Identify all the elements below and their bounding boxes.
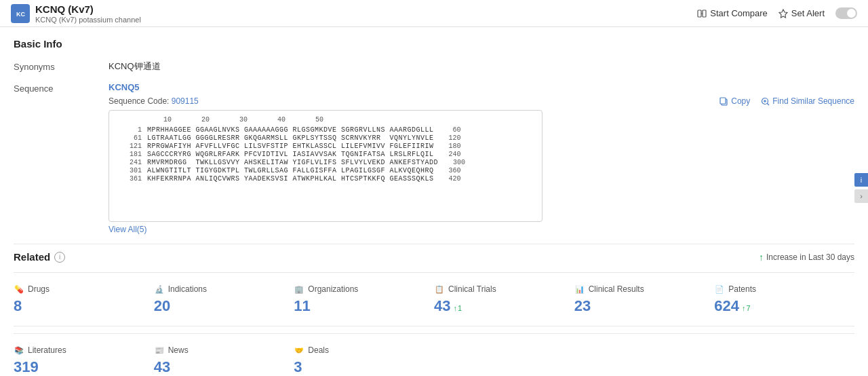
sequence-label: Sequence xyxy=(14,82,108,94)
side-panel: i › xyxy=(854,173,868,203)
sequence-line: 1MPRHHAGGEE GGAAGLNVKS GAAAAAAGGG RLGSGM… xyxy=(115,126,536,134)
stat-number: 11 xyxy=(294,297,310,315)
header-right: Start Compare Set Alert xyxy=(697,7,857,19)
sequence-row: Sequence KCNQ5 Sequence Code: 909115 Cop… xyxy=(14,82,854,234)
stat-item-clinical-results[interactable]: 📊 Clinical Results 23 xyxy=(574,280,715,319)
stat-label: Indications xyxy=(168,284,207,294)
stat-label: Clinical Results xyxy=(589,284,644,294)
page-title: KCNQ (Kv7) xyxy=(35,3,141,16)
synonyms-row: Synonyms KCNQ钾通道 xyxy=(14,60,854,73)
seq-line-number: 361 xyxy=(115,175,147,183)
seq-line-number: 241 xyxy=(115,159,147,166)
stat-item-patents[interactable]: 📄 Patents 624 ↑ 7 xyxy=(714,280,854,319)
clinical-trials-icon: 📋 xyxy=(434,284,445,295)
seq-line-number: 61 xyxy=(115,134,147,142)
side-expand-button[interactable]: › xyxy=(854,189,868,203)
stat-item-indications[interactable]: 🔬 Indications 20 xyxy=(154,280,294,319)
svg-rect-3 xyxy=(703,10,706,17)
seq-line-data: ALWNGTITLT TIGYGDKTPL TWLGRLLSAG FALLGIS… xyxy=(147,167,434,174)
stat-label-row: 💊 Drugs xyxy=(14,284,154,295)
literatures-icon: 📚 xyxy=(14,345,24,356)
seq-line-number: 121 xyxy=(115,143,147,150)
stat-item-deals[interactable]: 🤝 Deals 3 xyxy=(294,341,434,376)
stat-label: Literatures xyxy=(28,345,66,355)
stat-value-row: 3 xyxy=(294,358,434,376)
seq-line-end: 120 xyxy=(434,134,461,142)
stats-grid-row1: 💊 Drugs 8 🔬 Indications 20 🏢 Organizatio… xyxy=(14,272,854,319)
organizations-icon: 🏢 xyxy=(294,284,304,295)
stat-value-row: 8 xyxy=(14,297,154,315)
ruler-10: 10 xyxy=(149,116,186,124)
ruler-30: 30 xyxy=(224,116,262,124)
svg-rect-2 xyxy=(698,10,701,17)
drugs-icon: 💊 xyxy=(14,284,24,295)
alert-toggle[interactable] xyxy=(835,7,857,19)
alert-icon xyxy=(778,9,788,18)
sequence-value-container: KCNQ5 Sequence Code: 909115 Copy xyxy=(108,82,854,234)
sequence-line: 361KHFEKRRNPA ANLIQCVWRS YAADEKSVSI ATWK… xyxy=(115,175,536,183)
related-title-group: Related i xyxy=(14,251,65,263)
sequence-line: 181SAGCCCRYRG WQGRLRFARK PFCVIDTIVL IASI… xyxy=(115,151,536,158)
find-similar-button[interactable]: Find Similar Sequence xyxy=(761,96,854,106)
stat-label: News xyxy=(168,345,189,355)
clinical-results-icon: 📊 xyxy=(574,284,585,295)
divider-2 xyxy=(14,326,854,326)
related-info-icon[interactable]: i xyxy=(54,252,65,263)
seq-line-end: 240 xyxy=(434,151,461,158)
seq-line-data: RMVRMDRGG TWKLLGSVVY AHSKELITAW YIGFLVLI… xyxy=(147,159,438,166)
stat-label: Patents xyxy=(728,284,756,294)
app-icon: KC xyxy=(11,4,30,23)
basic-info-title: Basic Info xyxy=(14,38,854,50)
side-info-button[interactable]: i xyxy=(854,173,868,187)
start-compare-button[interactable]: Start Compare xyxy=(697,8,768,18)
stat-delta: ↑ 1 xyxy=(453,304,462,312)
stat-item-clinical-trials[interactable]: 📋 Clinical Trials 43 ↑ 1 xyxy=(434,280,574,319)
find-similar-icon xyxy=(761,97,770,106)
seq-line-data: SAGCCCRYRG WQGRLRFARK PFCVIDTIVL IASIAVV… xyxy=(147,151,434,158)
stat-item-news[interactable]: 📰 News 43 xyxy=(154,341,294,376)
seq-line-end: 360 xyxy=(434,167,461,174)
synonyms-text: KCNQ钾通道 xyxy=(108,61,161,71)
stat-number: 43 xyxy=(434,297,450,315)
stat-item-organizations[interactable]: 🏢 Organizations 11 xyxy=(294,280,434,319)
stat-label: Deals xyxy=(308,345,329,355)
stat-number: 23 xyxy=(574,297,591,315)
stat-number: 3 xyxy=(294,358,302,376)
svg-rect-6 xyxy=(720,98,726,104)
synonyms-label: Synonyms xyxy=(14,60,108,72)
app-header: KC KCNQ (Kv7) KCNQ (Kv7) potassium chann… xyxy=(0,0,868,27)
stat-label: Clinical Trials xyxy=(448,284,496,294)
seq-line-data: KHFEKRRNPA ANLIQCVWRS YAADEKSVSI ATWKPHL… xyxy=(147,175,434,183)
stat-number: 20 xyxy=(154,297,170,315)
stat-label-row: 📰 News xyxy=(154,345,294,356)
ruler-40: 40 xyxy=(262,116,300,124)
sequence-code-number: 909115 xyxy=(172,96,199,106)
sequence-display[interactable]: 10 20 30 40 50 1MPRHHAGGEE GGAAGLNVKS GA… xyxy=(108,110,542,222)
stat-label-row: 🔬 Indications xyxy=(154,284,294,295)
svg-text:KC: KC xyxy=(16,11,25,18)
main-content: Basic Info Synonyms KCNQ钾通道 Sequence KCN… xyxy=(0,27,868,376)
delta-arrow-icon: ↑ xyxy=(453,304,457,312)
page-subtitle: KCNQ (Kv7) potassium channel xyxy=(35,16,141,24)
delta-arrow-icon: ↑ xyxy=(742,304,746,312)
stat-label-row: 📄 Patents xyxy=(714,284,854,295)
ruler-20: 20 xyxy=(186,116,224,124)
view-all-link[interactable]: View All(5) xyxy=(108,225,146,234)
sequence-actions: Copy Find Similar Sequence xyxy=(719,96,854,106)
stat-number: 624 xyxy=(714,297,739,315)
stat-label: Drugs xyxy=(28,284,50,294)
set-alert-button[interactable]: Set Alert xyxy=(778,8,825,18)
news-icon: 📰 xyxy=(154,345,165,356)
svg-line-8 xyxy=(767,103,769,105)
stat-value-row: 624 ↑ 7 xyxy=(714,297,854,315)
stat-value-row: 319 xyxy=(14,358,154,376)
patents-icon: 📄 xyxy=(714,284,725,295)
seq-line-number: 1 xyxy=(115,126,147,134)
stats-grid-row2: 📚 Literatures 319 📰 News 43 🤝 Deals 3 xyxy=(14,333,854,376)
sequence-line: 61LGTRAATLGG GGGGLRESRR GKQGARMSLL GKPLS… xyxy=(115,134,536,142)
stat-item-literatures[interactable]: 📚 Literatures 319 xyxy=(14,341,154,376)
stat-item-drugs[interactable]: 💊 Drugs 8 xyxy=(14,280,154,319)
synonyms-value: KCNQ钾通道 xyxy=(108,60,854,73)
sequence-code-label: Sequence Code: 909115 xyxy=(108,96,199,106)
copy-button[interactable]: Copy xyxy=(719,96,750,106)
